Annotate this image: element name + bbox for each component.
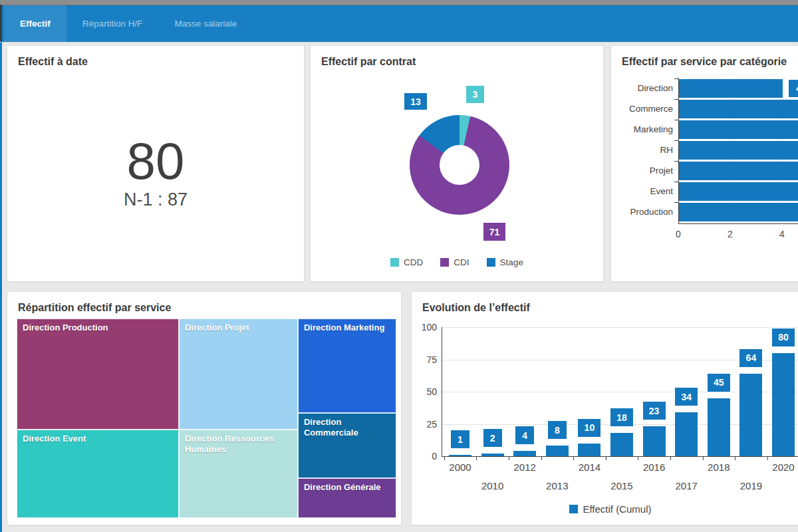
category-label-marketing: Marketing [611,120,673,139]
x-axis-tick-7 [670,456,671,460]
hbar-plot: Direction4CommerceMarketingRHProjetEvent… [611,46,798,281]
bar-value-label-2014: 10 [578,419,600,437]
bar-value-label-2020: 80 [772,329,795,346]
x-tick-label-0: 0 [670,229,686,239]
treemap-tile-direction-generale[interactable]: Direction Générale [298,478,396,518]
x-axis-tick-10 [767,456,768,460]
treemap-tile-direction-event[interactable]: Direction Event [17,430,179,518]
treemap-tile-direction-production[interactable]: Direction Production [17,319,179,430]
bar-2019[interactable] [739,374,762,456]
bar-value-label-2018: 45 [708,374,730,392]
window-left-edge [0,5,2,41]
card-effectif-par-contrat: Effectif par contrat CDDCDIStage 37113 [310,45,604,282]
legend-item-cdi[interactable]: CDI [440,257,469,267]
x-cat-label-2014: 2014 [573,462,605,473]
card-title: Effectif par contrat [321,56,593,68]
x-cat-label-2019: 2019 [735,480,767,491]
treemap-tile-direction-commerciale[interactable]: Direction Commerciale [298,413,396,478]
hbar-marketing[interactable] [679,120,798,139]
category-label-production: Production [611,203,673,221]
x-axis-tick-8 [703,456,704,460]
treemap-tile-direction-marketing[interactable]: Direction Marketing [298,319,396,413]
bar-value-label-2000: 1 [451,430,469,448]
legend-swatch-stage [487,258,495,267]
x-axis-tick-6 [638,456,638,460]
donut-chart[interactable] [410,115,509,215]
category-label-event: Event [611,182,673,201]
legend-item-stage[interactable]: Stage [487,257,523,267]
category-label-projet: Projet [611,162,673,180]
y-axis-line [442,327,442,456]
y-tick-label-50: 50 [412,386,437,397]
hbar-event[interactable] [679,182,798,201]
hbar-commerce[interactable] [679,100,798,118]
x-cat-label-2000: 2000 [444,462,476,473]
x-axis-line [678,223,798,224]
bar-2010[interactable] [481,454,504,456]
legend-swatch-effectif-cumul [569,505,578,513]
tab-repartition-h-f[interactable]: Répartition H/F [66,5,159,42]
legend-item-effectif-cumul[interactable]: Effectif (Cumul) [569,503,651,515]
tab-effectif[interactable]: Effectif [4,5,66,42]
x-axis-tick-4 [573,456,574,460]
x-cat-label-2013: 2013 [541,480,573,491]
x-cat-label-2017: 2017 [670,480,702,491]
bar-2015[interactable] [610,433,633,456]
treemap-label-direction-ressources-humaines: Direction Ressources Humaines [180,430,297,459]
card-evolution-effectif: Evolution de l’effectif 0255075100120002… [411,291,798,525]
kpi-value: 80 [7,135,304,187]
card-title: Effectif à date [18,56,293,68]
x-cat-label-2010: 2010 [477,480,509,491]
bar-value-label-2013: 8 [548,421,567,439]
tab-masse-salariale[interactable]: Masse salariale [159,5,253,42]
treemap-label-direction-generale: Direction Générale [299,479,396,496]
y-tick-label-0: 0 [412,451,437,462]
bar-2017[interactable] [675,412,698,456]
hbar-rh[interactable] [679,141,798,160]
treemap: Direction ProductionDirection EventDirec… [17,319,396,518]
hbar-value-label-direction: 4 [789,80,798,97]
bar-2020[interactable] [772,353,795,456]
x-axis-tick-2 [509,456,509,460]
treemap-label-direction-projet: Direction Projet [180,319,297,336]
card-effectif-a-date: Effectif à date 80 N-1 : 87 [7,45,305,282]
card-effectif-par-service-categorie: Effectif par service par catégorie Direc… [610,45,798,282]
bar-2000[interactable] [449,455,471,456]
gridline-y-100 [442,327,798,328]
treemap-tile-direction-ressources-humaines[interactable]: Direction Ressources Humaines [179,430,298,518]
hbar-projet[interactable] [679,162,798,180]
x-cat-label-2020: 2020 [767,462,798,473]
x-cat-label-2016: 2016 [638,462,670,473]
bar-value-label-2019: 64 [739,349,762,367]
x-tick-label-4: 4 [774,229,790,239]
legend-swatch-cdd [390,258,399,267]
y-tick-label-25: 25 [412,419,437,430]
category-label-commerce: Commerce [611,100,673,118]
legend-swatch-cdi [440,258,449,267]
treemap-label-direction-marketing: Direction Marketing [299,319,396,336]
hbar-production[interactable] [679,203,798,221]
y-axis-line [678,78,679,223]
bar-value-label-2012: 4 [515,426,534,444]
legend-item-cdd[interactable]: CDD [390,257,423,267]
data-label-stage: 13 [404,93,427,110]
bar-value-label-2016: 23 [643,402,666,420]
kpi-previous-year: N-1 : 87 [7,190,304,210]
bar-2012[interactable] [513,451,536,456]
card-repartition-effectif-par-service: Répartition effectif par service Directi… [7,291,402,525]
bar-2018[interactable] [708,398,730,456]
treemap-label-direction-production: Direction Production [17,319,178,336]
treemap-tile-direction-projet[interactable]: Direction Projet [179,319,298,430]
x-axis-line [442,456,798,457]
bar-2016[interactable] [643,426,666,456]
bar-value-label-2017: 34 [675,388,698,406]
category-label-direction: Direction [611,79,673,98]
x-axis-tick-0 [444,456,445,460]
x-axis-tick-9 [735,456,735,460]
bar-2013[interactable] [546,446,569,456]
dashboard: EffectifRépartition H/FMasse salariale E… [0,0,798,532]
hbar-direction[interactable] [679,79,783,98]
y-tick-label-100: 100 [412,322,437,332]
x-cat-label-2015: 2015 [606,480,638,491]
bar-2014[interactable] [578,444,600,456]
